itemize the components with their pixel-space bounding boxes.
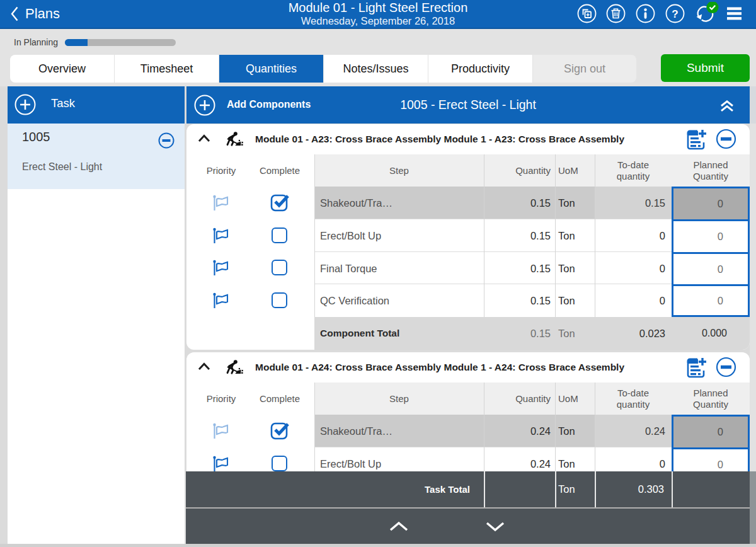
svg-text:?: ? (672, 8, 678, 20)
